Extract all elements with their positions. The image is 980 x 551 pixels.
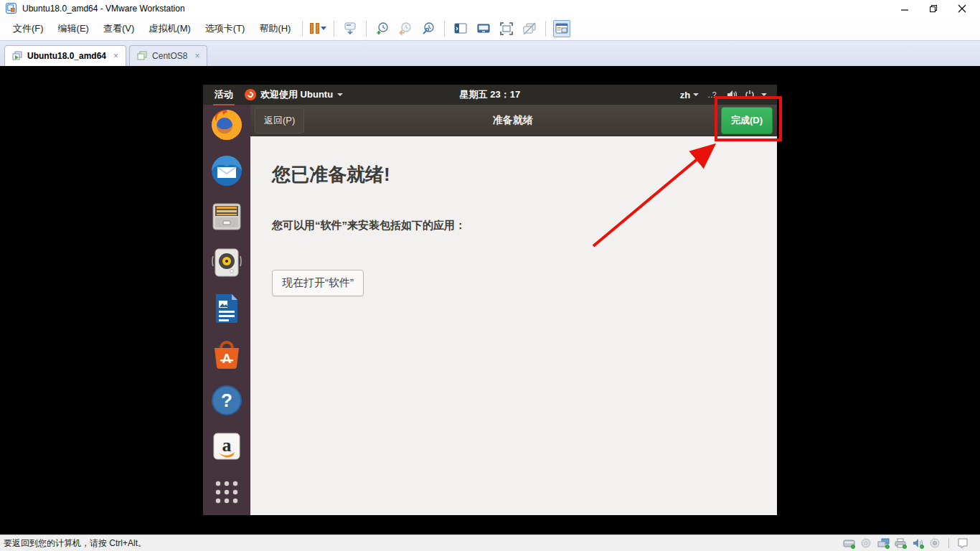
tab-centos[interactable]: CentOS8 ×: [129, 45, 207, 66]
language-indicator[interactable]: zh: [680, 90, 699, 100]
vm-icon: [137, 51, 148, 61]
clock[interactable]: 星期五 23：17: [460, 88, 521, 101]
title-bar: Ubuntu18.0_amd64 - VMware Workstation: [0, 0, 980, 17]
suspend-caret-icon[interactable]: [321, 27, 326, 30]
snapshot-revert-icon[interactable]: [397, 20, 414, 37]
usb-device-icon[interactable]: [928, 538, 941, 549]
toolbar-separator: [366, 21, 367, 37]
files-icon[interactable]: [210, 200, 243, 233]
setup-header-bar: 返回(P) 准备就绪 完成(D): [250, 105, 777, 136]
close-button[interactable]: [957, 4, 967, 14]
tab-close-icon[interactable]: ×: [194, 51, 199, 61]
tab-label: CentOS8: [152, 51, 187, 61]
ubuntu-logo-icon: [245, 89, 256, 100]
menu-vm[interactable]: 虚拟机(M): [141, 19, 198, 39]
app-menu-button[interactable]: 欢迎使用 Ubuntu: [245, 88, 343, 101]
tab-ubuntu[interactable]: Ubuntu18.0_amd64 ×: [4, 45, 126, 66]
ubuntu-dock: A ? a: [203, 105, 250, 515]
system-status-area[interactable]: ‥?‥: [707, 90, 767, 100]
amazon-glyph: a: [222, 435, 232, 456]
menu-help[interactable]: 帮助(H): [252, 19, 298, 39]
caret-down-icon: [761, 93, 767, 96]
software-description: 您可以用“软件”来安装包括如下的应用：: [272, 219, 763, 232]
hard-disk-icon[interactable]: [842, 538, 855, 549]
ubuntu-guest-screen: 活动 欢迎使用 Ubuntu 星期五 23：17 zh ‥?‥: [203, 85, 777, 515]
message-log-icon[interactable]: [956, 538, 969, 549]
window-title: Ubuntu18.0_amd64 - VMware Workstation: [22, 4, 900, 14]
snapshot-take-icon[interactable]: [374, 20, 391, 37]
cd-rom-icon[interactable]: [859, 538, 872, 549]
caret-down-icon: [693, 93, 699, 96]
back-button[interactable]: 返回(P): [255, 108, 304, 133]
rhythmbox-icon[interactable]: [210, 246, 243, 279]
vm-display-area: 活动 欢迎使用 Ubuntu 星期五 23：17 zh ‥?‥: [0, 66, 980, 534]
vmware-icon: [6, 3, 17, 14]
thunderbird-icon[interactable]: [210, 154, 243, 187]
tab-label: Ubuntu18.0_amd64: [27, 51, 106, 61]
menu-edit[interactable]: 编辑(E): [51, 19, 96, 39]
menu-file[interactable]: 文件(F): [6, 19, 51, 39]
unity-mode-icon[interactable]: [475, 20, 492, 37]
sound-icon[interactable]: [911, 538, 924, 549]
activities-button[interactable]: 活动: [213, 85, 235, 104]
app-menu-label: 欢迎使用 Ubuntu: [260, 88, 333, 101]
caret-down-icon: [337, 93, 343, 96]
help-icon[interactable]: ?: [210, 384, 243, 417]
network-adapter-icon[interactable]: [877, 538, 890, 549]
menu-view[interactable]: 查看(V): [96, 19, 141, 39]
setup-title: 准备就绪: [304, 114, 721, 127]
device-tray: [842, 538, 976, 549]
toolbar-separator: [545, 21, 546, 37]
tab-bar: Ubuntu18.0_amd64 × CentOS8 ×: [0, 41, 980, 66]
libreoffice-writer-icon[interactable]: [210, 292, 243, 325]
toolbar-separator: [444, 21, 445, 37]
status-message: 要返回到您的计算机，请按 Ctrl+Alt。: [4, 537, 842, 550]
tab-close-icon[interactable]: ×: [113, 51, 118, 61]
vm-running-icon: [12, 51, 23, 61]
fullscreen-icon[interactable]: [498, 20, 515, 37]
snapshot-manager-icon[interactable]: [420, 20, 437, 37]
cycle-monitors-icon[interactable]: [521, 20, 538, 37]
restore-button[interactable]: [928, 4, 938, 14]
toolbar-separator: [334, 21, 334, 37]
firefox-icon[interactable]: [210, 108, 243, 141]
open-software-button[interactable]: 现在打开“软件”: [272, 270, 364, 296]
power-icon: [745, 90, 755, 100]
setup-content: 您已准备就绪! 您可以用“软件”来安装包括如下的应用： 现在打开“软件”: [250, 136, 777, 515]
volume-icon: [727, 90, 738, 100]
app-grid-icon[interactable]: [210, 476, 243, 509]
amazon-icon[interactable]: a: [210, 430, 243, 463]
software-glyph: A: [222, 352, 232, 366]
library-toggle-icon[interactable]: [553, 20, 570, 37]
menu-bar: 文件(F) 编辑(E) 查看(V) 虚拟机(M) 选项卡(T) 帮助(H): [0, 17, 980, 41]
ready-heading: 您已准备就绪!: [272, 162, 763, 187]
toolbar-separator: [302, 21, 303, 37]
send-ctrl-alt-del-icon[interactable]: [341, 20, 359, 37]
printer-icon[interactable]: [894, 538, 907, 549]
menu-tabs[interactable]: 选项卡(T): [198, 19, 253, 39]
status-bar: 要返回到您的计算机，请按 Ctrl+Alt。: [0, 534, 980, 551]
ubuntu-software-icon[interactable]: A: [210, 338, 243, 371]
minimize-button[interactable]: [900, 4, 910, 14]
gnome-top-bar: 活动 欢迎使用 Ubuntu 星期五 23：17 zh ‥?‥: [203, 85, 777, 105]
vmware-workstation-window: Ubuntu18.0_amd64 - VMware Workstation 文件…: [0, 0, 980, 551]
suspend-pause-icon[interactable]: [310, 23, 326, 34]
network-question-icon: ‥?‥: [707, 90, 720, 100]
help-glyph: ?: [221, 390, 232, 411]
initial-setup-window: 返回(P) 准备就绪 完成(D) 您已准备就绪! 您可以用“软件”来安装包括如下…: [250, 105, 777, 515]
console-view-icon[interactable]: [452, 20, 469, 37]
tray-separator: [948, 538, 949, 548]
done-button[interactable]: 完成(D): [721, 107, 773, 134]
